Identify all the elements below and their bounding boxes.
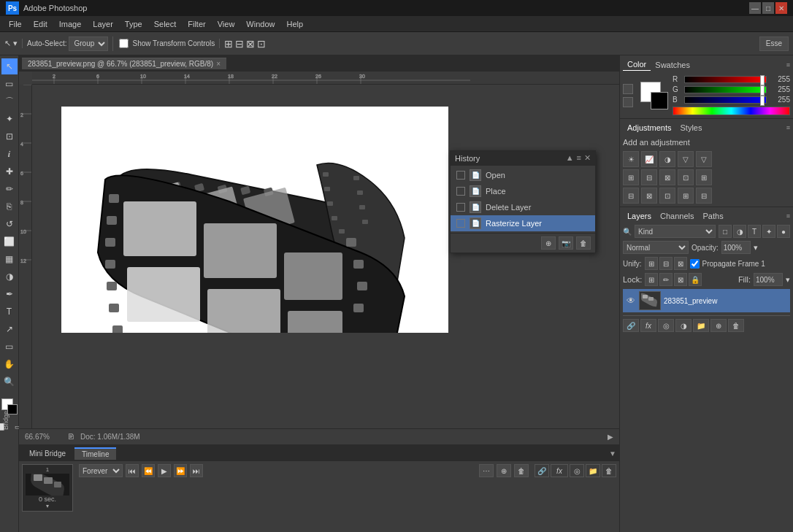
frame-expand-icon[interactable]: ▾ (46, 503, 49, 509)
color-lookup-adj-icon[interactable]: ⊞ (696, 169, 712, 185)
color-panel-options[interactable]: ≡ (786, 61, 790, 69)
layer-visibility-toggle[interactable]: 👁 (626, 296, 636, 306)
maximize-button[interactable]: □ (762, 2, 774, 14)
circle-icon[interactable]: ◎ (570, 464, 584, 477)
status-doc-icon[interactable]: 🖹 (67, 433, 74, 441)
play-button[interactable]: ▶ (158, 464, 171, 477)
close-button[interactable]: ✕ (775, 2, 787, 14)
history-item-delete[interactable]: 📄 Delete Layer (451, 199, 595, 215)
loop-dropdown[interactable]: Forever (79, 464, 123, 477)
photo-filter-adj-icon[interactable]: ⊠ (659, 169, 675, 185)
add-layer-icon[interactable]: ⊕ (710, 319, 727, 332)
history-brush-button[interactable]: ↺ (1, 216, 18, 232)
menu-item-image[interactable]: Image (53, 18, 88, 30)
history-scroll-up[interactable]: ▲ (566, 153, 574, 163)
history-close-icon[interactable]: ✕ (584, 153, 591, 163)
channels-tab[interactable]: Channels (656, 210, 698, 222)
background-color-box[interactable] (651, 92, 668, 109)
rewind-start-button[interactable]: ⏮ (126, 464, 139, 477)
link-icon[interactable]: 🔗 (535, 464, 549, 477)
path-tool-button[interactable]: ↗ (1, 321, 18, 337)
exposure-adj-icon[interactable]: ◑ (659, 151, 675, 167)
red-slider[interactable] (684, 76, 767, 83)
hue-sat-adj-icon[interactable]: ▽ (696, 151, 712, 167)
blue-slider[interactable] (684, 96, 767, 104)
zoom-tool-button[interactable]: 🔍 (1, 374, 18, 390)
unify-vis-icon[interactable]: ⊠ (674, 257, 687, 270)
color-bal-adj-icon[interactable]: ⊞ (623, 169, 639, 185)
clone-tool-button[interactable]: ⎘ (1, 198, 18, 215)
layers-tab[interactable]: Layers (623, 210, 656, 222)
essentials-button[interactable]: Esse (759, 36, 789, 51)
lock-all-icon[interactable]: 🔒 (689, 273, 702, 286)
color-tab[interactable]: Color (623, 58, 651, 71)
bottom-panel-collapse[interactable]: ▼ (609, 450, 616, 458)
red-slider-handle[interactable] (760, 75, 765, 85)
fx-label[interactable]: fx (551, 464, 568, 477)
menu-item-type[interactable]: Type (119, 18, 148, 30)
duplicate-frame-button[interactable]: ⊕ (497, 464, 511, 477)
menu-item-help[interactable]: Help (280, 18, 309, 30)
delete-frame-button[interactable]: 🗑 (514, 464, 529, 477)
history-new-snapshot-button[interactable]: ⊕ (541, 236, 556, 250)
move-tool-button[interactable]: ↖ (1, 58, 18, 74)
history-camera-button[interactable]: 📷 (559, 236, 573, 250)
unify-style-icon[interactable]: ⊟ (659, 257, 673, 270)
history-item-rasterize[interactable]: 📄 Rasterize Layer (451, 215, 595, 231)
auto-select-dropdown[interactable]: Group Layer (69, 36, 108, 51)
invert-adj-icon[interactable]: ⊟ (623, 188, 639, 204)
rewind-end-button[interactable]: ⏭ (190, 464, 203, 477)
add-style-icon[interactable]: fx (640, 319, 656, 332)
bw-adj-icon[interactable]: ⊟ (641, 169, 657, 185)
lock-transp-icon[interactable]: ⊞ (645, 273, 658, 286)
history-options-icon[interactable]: ≡ (577, 153, 581, 163)
add-mask-icon[interactable]: ◎ (658, 319, 674, 332)
menu-item-filter[interactable]: Filter (182, 18, 211, 30)
fill-arrow[interactable]: ▾ (786, 275, 790, 285)
threshold-adj-icon[interactable]: ⊡ (659, 188, 675, 204)
heal-tool-button[interactable]: ✚ (1, 163, 18, 180)
gradient-tool-button[interactable]: ▦ (1, 251, 18, 267)
dodge-tool-button[interactable]: ◑ (1, 269, 18, 285)
step-back-button[interactable]: ⏪ (142, 464, 155, 477)
curves-adj-icon[interactable]: 📈 (641, 151, 657, 167)
menu-item-edit[interactable]: Edit (28, 18, 53, 30)
delete-layer-icon[interactable]: 🗑 (728, 319, 744, 332)
green-slider[interactable] (684, 86, 767, 93)
filter-pixel-icon[interactable]: □ (719, 225, 732, 238)
brush-tool-button[interactable]: ✏ (1, 181, 18, 197)
marquee-tool-button[interactable]: ▭ (1, 76, 18, 92)
menu-item-select[interactable]: Select (148, 18, 183, 30)
filter-adj-icon[interactable]: ◑ (733, 225, 746, 238)
status-arrow[interactable]: ▶ (608, 433, 613, 441)
align-icon-1[interactable]: ⊞ (224, 38, 233, 50)
tab-mini-bridge[interactable]: Mini Bridge (22, 448, 73, 459)
unify-pos-icon[interactable]: ⊞ (645, 257, 658, 270)
opacity-arrow[interactable]: ▾ (754, 243, 758, 252)
layer-kind-dropdown[interactable]: Kind (635, 225, 716, 238)
folder-icon[interactable]: 📁 (586, 464, 600, 477)
adj-panel-options[interactable]: ≡ (786, 124, 790, 131)
trash-icon[interactable]: 🗑 (602, 464, 616, 477)
crop-tool-button[interactable]: ⊡ (1, 128, 18, 144)
fill-input[interactable] (754, 273, 783, 286)
vibrance-adj-icon[interactable]: ▽ (678, 151, 694, 167)
lock-move-icon[interactable]: ⊠ (674, 273, 687, 286)
filter-type-icon[interactable]: T (748, 225, 761, 238)
menu-item-window[interactable]: Window (240, 18, 280, 30)
menu-item-file[interactable]: File (3, 18, 28, 30)
filter-toggle[interactable]: ● (777, 225, 790, 238)
wand-tool-button[interactable]: ✦ (1, 111, 18, 127)
channel-mix-adj-icon[interactable]: ⊡ (678, 169, 694, 185)
blue-slider-handle[interactable] (760, 96, 765, 106)
brightness-adj-icon[interactable]: ☀ (623, 151, 639, 167)
opacity-input[interactable] (721, 241, 751, 254)
swatches-tab[interactable]: Swatches (651, 59, 694, 71)
step-forward-button[interactable]: ⏩ (174, 464, 187, 477)
menu-item-view[interactable]: View (212, 18, 241, 30)
add-link-icon[interactable]: 🔗 (623, 319, 639, 332)
layer-item-1[interactable]: 👁 283851_preview (623, 289, 790, 312)
green-slider-handle[interactable] (760, 85, 765, 96)
document-tab[interactable]: 283851_preview.png @ 66.7% (283851_previ… (22, 58, 226, 69)
tab-timeline[interactable]: Timeline (74, 447, 116, 460)
